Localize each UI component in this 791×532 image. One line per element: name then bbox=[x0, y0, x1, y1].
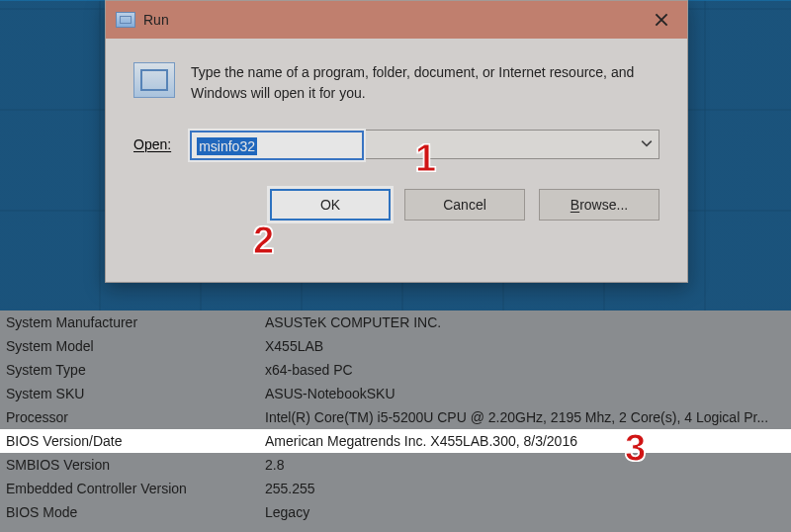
msinfo-key: Processor bbox=[0, 405, 259, 429]
open-label: Open: bbox=[133, 136, 171, 152]
msinfo-key: BIOS Mode bbox=[0, 500, 259, 524]
table-row[interactable]: BIOS ModeLegacy bbox=[0, 500, 791, 524]
table-row[interactable]: Embedded Controller Version255.255 bbox=[0, 477, 791, 500]
window-title: Run bbox=[143, 12, 636, 28]
run-program-icon bbox=[133, 62, 175, 98]
run-titlebar-icon bbox=[116, 12, 135, 28]
ok-button[interactable]: OK bbox=[270, 189, 391, 221]
msinfo-value: X455LAB bbox=[259, 334, 791, 358]
msinfo-value: Intel(R) Core(TM) i5-5200U CPU @ 2.20GHz… bbox=[259, 405, 791, 429]
table-row[interactable]: SMBIOS Version2.8 bbox=[0, 453, 791, 477]
table-row[interactable]: ProcessorIntel(R) Core(TM) i5-5200U CPU … bbox=[0, 405, 791, 429]
msinfo-value: 255.255 bbox=[259, 477, 791, 500]
table-row[interactable]: System Typex64-based PC bbox=[0, 358, 791, 382]
msinfo-value: American Megatrends Inc. X455LAB.300, 8/… bbox=[259, 429, 791, 453]
run-dialog-window: Run Type the name of a program, folder, … bbox=[105, 0, 688, 283]
close-button[interactable] bbox=[636, 1, 687, 39]
msinfo-value: Legacy bbox=[259, 500, 791, 524]
msinfo-value: 2.8 bbox=[259, 453, 791, 477]
titlebar[interactable]: Run bbox=[106, 1, 687, 39]
msinfo-value: ASUS-NotebookSKU bbox=[259, 382, 791, 405]
msinfo-key: System SKU bbox=[0, 382, 259, 405]
msinfo-panel: System ManufacturerASUSTeK COMPUTER INC.… bbox=[0, 310, 791, 532]
browse-button-label: Browse... bbox=[571, 197, 628, 213]
table-row[interactable]: BIOS Version/DateAmerican Megatrends Inc… bbox=[0, 429, 791, 453]
msinfo-key: System Manufacturer bbox=[0, 310, 259, 334]
table-row[interactable]: System ModelX455LAB bbox=[0, 334, 791, 358]
close-icon bbox=[655, 13, 668, 27]
msinfo-key: BIOS Version/Date bbox=[0, 429, 259, 453]
run-prompt-text: Type the name of a program, folder, docu… bbox=[191, 62, 659, 104]
ok-button-label: OK bbox=[320, 197, 340, 213]
msinfo-key: System Type bbox=[0, 358, 259, 382]
open-input-highlight: msinfo32 bbox=[190, 131, 364, 160]
msinfo-value: x64-based PC bbox=[259, 358, 791, 382]
table-row[interactable]: System ManufacturerASUSTeK COMPUTER INC. bbox=[0, 310, 791, 334]
dialog-button-row: OK Cancel Browse... bbox=[106, 169, 687, 221]
msinfo-key: System Model bbox=[0, 334, 259, 358]
cancel-button[interactable]: Cancel bbox=[404, 189, 525, 221]
cancel-button-label: Cancel bbox=[443, 197, 486, 213]
open-input-selected-text: msinfo32 bbox=[197, 137, 257, 155]
browse-button[interactable]: Browse... bbox=[539, 189, 659, 221]
msinfo-key: Embedded Controller Version bbox=[0, 477, 259, 500]
msinfo-key: SMBIOS Version bbox=[0, 453, 259, 477]
table-row[interactable]: System SKUASUS-NotebookSKU bbox=[0, 382, 791, 405]
msinfo-table: System ManufacturerASUSTeK COMPUTER INC.… bbox=[0, 310, 791, 524]
open-combobox[interactable]: msinfo32 bbox=[189, 130, 659, 159]
msinfo-value: ASUSTeK COMPUTER INC. bbox=[259, 310, 791, 334]
